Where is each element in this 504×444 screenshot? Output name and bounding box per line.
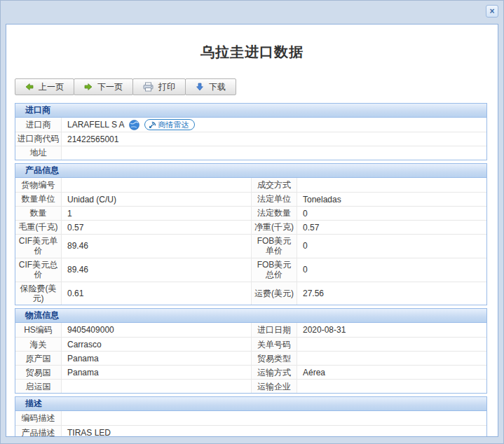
field-value: 0: [297, 235, 486, 258]
field-label: FOB美元总价: [251, 258, 297, 282]
table-row: HS编码 9405409000 进口日期 2020-08-31: [15, 323, 486, 337]
business-radar-badge[interactable]: 商情雷达: [144, 119, 195, 130]
globe-icon[interactable]: [129, 120, 139, 130]
field-label: FOB美元单价: [251, 235, 297, 258]
field-label: 地址: [15, 146, 62, 160]
table-row: 原产国 Panama 贸易类型: [15, 351, 486, 365]
field-label: 原产国: [15, 352, 62, 365]
table-row: 进口商代码 21422565001: [15, 132, 486, 146]
field-value: Panama: [62, 352, 251, 365]
table-row: CIF美元总价 89.46 FOB美元总价 0: [15, 258, 486, 282]
printer-icon: [143, 82, 154, 92]
field-value: 0.61: [62, 282, 251, 305]
section-description-header: 描述: [15, 397, 486, 411]
import-data-dialog: × 乌拉圭进口数据 上一页 下一页: [0, 0, 504, 444]
business-radar-label: 商情雷达: [158, 120, 189, 130]
field-value: 0: [297, 207, 486, 220]
field-label: 保险费(美元): [15, 282, 62, 305]
field-label: 产品描述: [15, 426, 62, 437]
field-label: 进口商: [15, 118, 62, 132]
table-row: CIF美元单价 89.46 FOB美元单价 0: [15, 234, 486, 258]
field-value: Carrasco: [62, 338, 251, 351]
field-label: 进口商代码: [15, 132, 62, 146]
prev-page-button[interactable]: 上一页: [15, 78, 74, 95]
field-label: CIF美元单价: [15, 235, 62, 258]
table-row: 货物编号 成交方式: [15, 178, 486, 192]
next-page-label: 下一页: [97, 81, 123, 93]
field-label: 数量: [15, 207, 62, 220]
field-value: Aérea: [297, 366, 486, 379]
field-value: TIRAS LED: [62, 426, 486, 437]
section-logistics-info: 物流信息 HS编码 9405409000 进口日期 2020-08-31 海关 …: [15, 308, 487, 394]
arrow-right-icon: [84, 83, 93, 91]
field-label: HS编码: [15, 323, 62, 337]
next-page-button[interactable]: 下一页: [74, 78, 133, 95]
section-logistics-header: 物流信息: [15, 309, 486, 323]
table-row: 进口商 LARAFELL S A: [15, 118, 486, 132]
field-value: 21422565001: [62, 132, 486, 146]
section-description: 描述 编码描述 产品描述 TIRAS LED: [15, 396, 487, 437]
field-label: 编码描述: [15, 411, 62, 425]
dialog-panel: 乌拉圭进口数据 上一页 下一页: [6, 24, 498, 437]
field-value: 89.46: [62, 258, 251, 282]
field-value: [297, 380, 486, 393]
field-label: 运输企业: [251, 380, 297, 393]
table-row: 保险费(美元) 0.61 运费(美元) 27.56: [15, 282, 486, 305]
section-importer: 进口商 进口商 LARAFELL S A: [15, 103, 487, 160]
field-value: [297, 178, 486, 192]
section-product-header: 产品信息: [15, 164, 486, 178]
arrow-left-icon: [25, 83, 34, 91]
field-value: [62, 146, 486, 160]
field-value: 2020-08-31: [297, 323, 486, 337]
toolbar: 上一页 下一页 打印: [15, 78, 498, 95]
arrow-down-icon: [196, 83, 204, 91]
field-value: 0: [297, 258, 486, 282]
table-row: 启运国 运输企业: [15, 379, 486, 393]
section-importer-header: 进口商: [15, 104, 486, 118]
field-value: 1: [62, 207, 251, 220]
field-label: CIF美元总价: [15, 258, 62, 282]
close-icon: ×: [489, 7, 494, 15]
field-value: [62, 411, 486, 425]
prev-page-label: 上一页: [39, 81, 64, 93]
table-row: 地址: [15, 146, 486, 160]
field-value: 0.57: [297, 221, 486, 234]
field-value: LARAFELL S A: [62, 118, 486, 132]
table-row: 海关 Carrasco 关单号码: [15, 337, 486, 351]
close-button[interactable]: ×: [486, 5, 498, 18]
table-row: 数量单位 Unidad (C/U) 法定单位 Toneladas: [15, 192, 486, 206]
field-label: 运费(美元): [251, 282, 297, 305]
section-product-info: 产品信息 货物编号 成交方式 数量单位 Unidad (C/U) 法定单位 To…: [15, 163, 487, 305]
field-label: 成交方式: [251, 178, 297, 192]
field-value: [297, 338, 486, 351]
print-button[interactable]: 打印: [132, 78, 186, 95]
field-label: 净重(千克): [251, 221, 297, 234]
field-value: Unidad (C/U): [62, 193, 251, 206]
table-row: 毛重(千克) 0.57 净重(千克) 0.57: [15, 220, 486, 234]
field-label: 海关: [15, 338, 62, 351]
field-label: 毛重(千克): [15, 221, 62, 234]
field-label: 数量单位: [15, 193, 62, 206]
field-label: 货物编号: [15, 178, 62, 192]
field-value: Toneladas: [297, 193, 486, 206]
field-label: 法定数量: [251, 207, 297, 220]
field-value: [297, 352, 486, 365]
download-button[interactable]: 下载: [185, 78, 236, 95]
print-label: 打印: [158, 81, 175, 93]
table-row: 产品描述 TIRAS LED: [15, 425, 486, 437]
field-label: 贸易类型: [251, 352, 297, 365]
radar-icon: [149, 121, 156, 129]
importer-name: LARAFELL S A: [67, 120, 125, 130]
field-value: 27.56: [297, 282, 486, 305]
field-label: 进口日期: [251, 323, 297, 337]
field-label: 运输方式: [251, 366, 297, 379]
download-label: 下载: [209, 81, 226, 93]
field-value: 9405409000: [62, 323, 251, 337]
field-label: 法定单位: [251, 193, 297, 206]
table-row: 贸易国 Panama 运输方式 Aérea: [15, 365, 486, 379]
field-value: Panama: [62, 366, 251, 379]
field-value: [62, 178, 251, 192]
field-value: [62, 380, 251, 393]
field-label: 启运国: [15, 380, 62, 393]
detail-tables: 进口商 进口商 LARAFELL S A: [15, 103, 487, 437]
